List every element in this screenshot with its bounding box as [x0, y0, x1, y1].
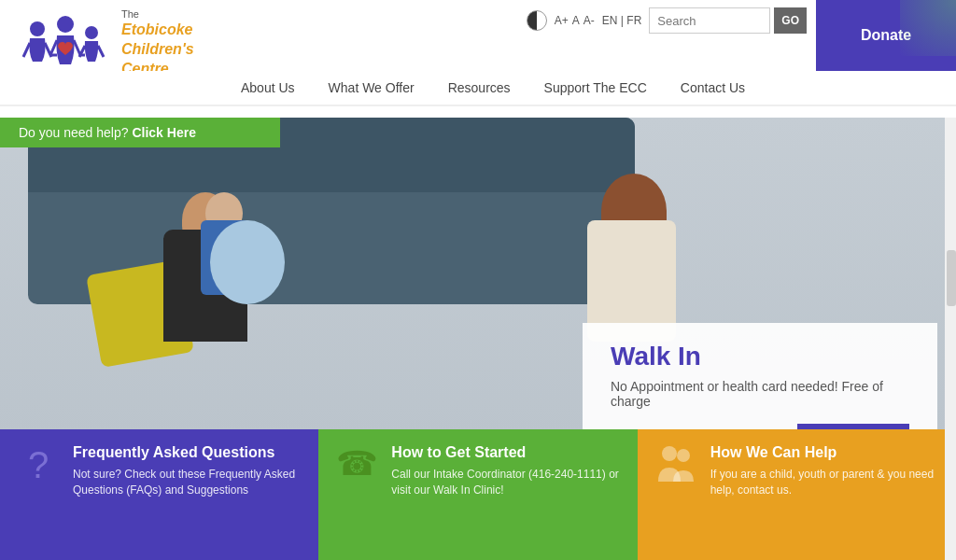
help-banner-text: Do you need help?: [19, 125, 129, 140]
nav-what-we-offer[interactable]: What We Offer: [312, 71, 431, 105]
svg-point-0: [30, 21, 45, 36]
search-input[interactable]: [649, 7, 770, 34]
faq-content: Frequently Asked Questions Not sure? Che…: [73, 444, 303, 498]
logo-text: The Etobicoke Children's Centre: [121, 7, 194, 79]
faq-card[interactable]: ? Frequently Asked Questions Not sure? C…: [0, 429, 318, 560]
hero-section: Walk In No Appointment or health card ne…: [0, 118, 956, 560]
how-we-help-title: How We Can Help: [710, 444, 941, 461]
contrast-toggle[interactable]: [527, 10, 547, 31]
lang-en[interactable]: EN: [602, 14, 618, 27]
search-button[interactable]: GO: [774, 7, 807, 34]
top-controls: A+ A A- EN | FR GO: [527, 7, 807, 34]
lang-separator: |: [621, 14, 624, 27]
get-started-content: How to Get Started Call our Intake Coord…: [391, 444, 622, 498]
balloon-decoration: [210, 220, 285, 304]
svg-point-5: [662, 446, 677, 461]
phone-icon: ☎: [333, 444, 380, 483]
get-started-card[interactable]: ☎ How to Get Started Call our Intake Coo…: [318, 429, 637, 560]
bottom-cards: ? Frequently Asked Questions Not sure? C…: [0, 429, 956, 560]
font-smaller-button[interactable]: A-: [583, 14, 595, 27]
nav-about-us[interactable]: About Us: [224, 71, 312, 105]
svg-point-6: [677, 449, 690, 462]
help-banner[interactable]: Do you need help? Click Here: [0, 118, 280, 147]
how-we-help-description: If you are a child, youth or parent & yo…: [710, 467, 941, 498]
font-default-button[interactable]: A: [572, 14, 580, 27]
donate-button[interactable]: Donate: [816, 0, 956, 71]
scrollbar[interactable]: [945, 118, 956, 560]
nav-resources[interactable]: Resources: [431, 71, 527, 105]
how-we-help-card[interactable]: How We Can Help If you are a child, yout…: [638, 429, 956, 560]
lang-fr[interactable]: FR: [626, 14, 641, 27]
faq-title: Frequently Asked Questions: [73, 444, 303, 461]
walkin-title: Walk In: [611, 342, 909, 371]
people-icon: [653, 444, 699, 495]
faq-description: Not sure? Check out these Frequently Ask…: [73, 467, 303, 498]
faq-icon: ?: [15, 444, 62, 486]
font-size-controls: A+ A A-: [555, 14, 595, 27]
logo-area: The Etobicoke Children's Centre: [19, 7, 194, 79]
walkin-description: No Appointment or health card needed! Fr…: [611, 379, 909, 409]
how-we-help-content: How We Can Help If you are a child, yout…: [710, 444, 941, 498]
scrollbar-thumb[interactable]: [947, 250, 956, 306]
logo-icon: [19, 10, 112, 76]
font-larger-button[interactable]: A+: [555, 14, 569, 27]
main-nav: About Us What We Offer Resources Support…: [0, 71, 956, 106]
help-banner-cta[interactable]: Click Here: [132, 125, 195, 140]
nav-contact-us[interactable]: Contact Us: [664, 71, 762, 105]
nav-support-ecc[interactable]: Support The ECC: [527, 71, 664, 105]
get-started-title: How to Get Started: [391, 444, 622, 461]
svg-point-1: [57, 16, 74, 33]
language-selector: EN | FR: [602, 14, 641, 27]
get-started-description: Call our Intake Coordinator (416-240-111…: [391, 467, 622, 498]
svg-point-2: [85, 26, 98, 39]
search-area: GO: [649, 7, 807, 34]
